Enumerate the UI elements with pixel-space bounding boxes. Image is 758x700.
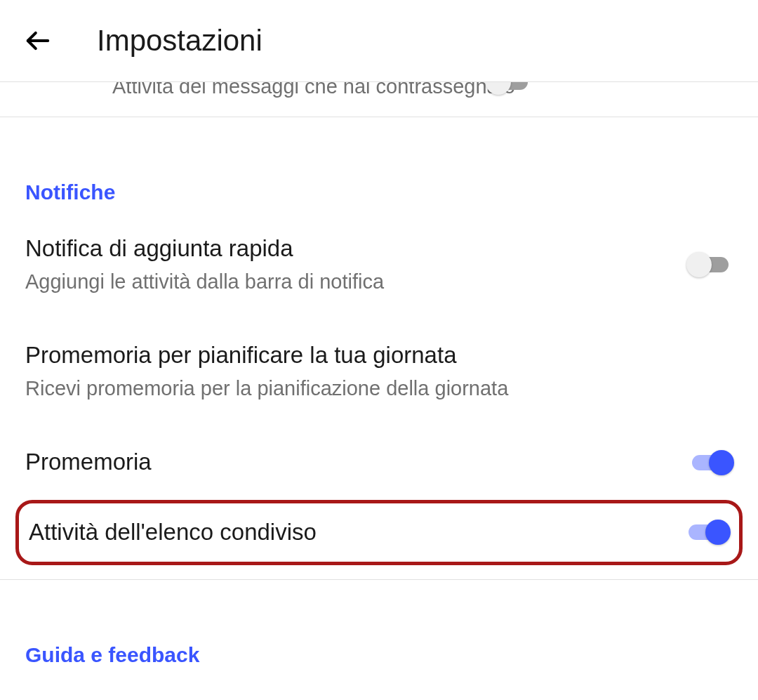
setting-reminders[interactable]: Promemoria bbox=[25, 425, 733, 500]
setting-quick-add-subtitle: Aggiungi le attività dalla barra di noti… bbox=[25, 268, 674, 296]
toggle-flagged-messages[interactable] bbox=[487, 82, 532, 95]
setting-shared-list-title: Attività dell'elenco condiviso bbox=[29, 517, 670, 548]
section-notifications: Notifiche Notifica di aggiunta rapida Ag… bbox=[0, 117, 758, 565]
toggle-thumb bbox=[705, 520, 731, 545]
toggle-thumb bbox=[709, 450, 734, 475]
section-header-help: Guida e feedback bbox=[25, 622, 733, 674]
setting-shared-list[interactable]: Attività dell'elenco condiviso bbox=[29, 503, 729, 562]
setting-quick-add[interactable]: Notifica di aggiunta rapida Aggiungi le … bbox=[25, 211, 733, 318]
section-help: Guida e feedback Contatta il supporto bbox=[0, 580, 758, 700]
highlight-shared-list: Attività dell'elenco condiviso bbox=[15, 500, 743, 565]
setting-text: Attività dell'elenco condiviso bbox=[29, 517, 684, 548]
setting-text: Promemoria per pianificare la tua giorna… bbox=[25, 341, 733, 402]
setting-plan-day[interactable]: Promemoria per pianificare la tua giorna… bbox=[25, 318, 733, 425]
setting-text: Notifica di aggiunta rapida Aggiungi le … bbox=[25, 234, 688, 296]
setting-flagged-messages[interactable]: Attività dei messaggi che hai contrasseg… bbox=[0, 82, 758, 117]
arrow-left-icon bbox=[25, 27, 51, 54]
setting-flagged-messages-label: Attività dei messaggi che hai contrasseg… bbox=[112, 82, 515, 98]
toggle-quick-add[interactable] bbox=[688, 252, 733, 277]
toggle-reminders[interactable] bbox=[688, 450, 733, 475]
toggle-shared-list[interactable] bbox=[684, 520, 729, 545]
setting-plan-day-title: Promemoria per pianificare la tua giorna… bbox=[25, 341, 719, 371]
setting-plan-day-subtitle: Ricevi promemoria per la pianificazione … bbox=[25, 375, 719, 402]
app-header: Impostazioni bbox=[0, 0, 758, 82]
setting-contact-support[interactable]: Contatta il supporto bbox=[25, 674, 733, 700]
toggle-thumb bbox=[686, 252, 712, 277]
page-title: Impostazioni bbox=[97, 24, 262, 58]
setting-quick-add-title: Notifica di aggiunta rapida bbox=[25, 234, 674, 264]
section-header-notifications: Notifiche bbox=[25, 159, 733, 211]
setting-text: Promemoria bbox=[25, 447, 688, 477]
setting-reminders-title: Promemoria bbox=[25, 447, 674, 477]
toggle-thumb bbox=[486, 82, 511, 95]
back-button[interactable] bbox=[21, 24, 55, 58]
